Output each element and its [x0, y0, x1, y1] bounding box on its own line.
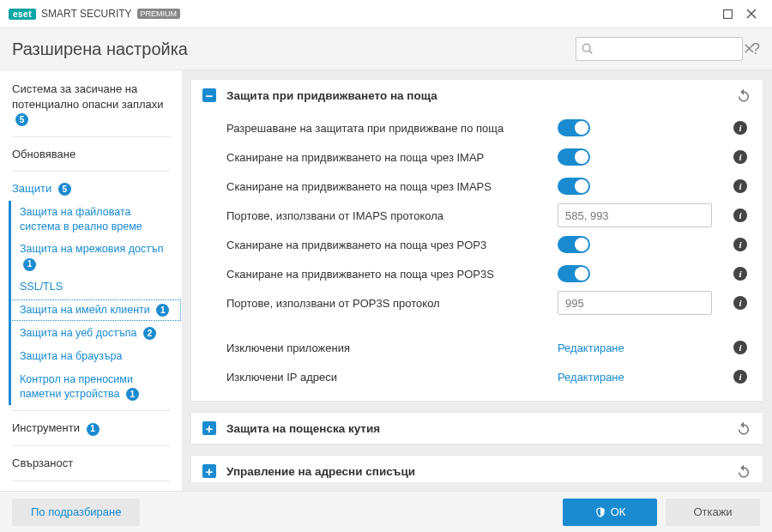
input-imaps-ports[interactable] [558, 203, 712, 227]
badge: 1 [156, 304, 169, 317]
header: Разширена настройка ? [0, 27, 772, 70]
row-label-pop3s: Сканиране на придвижването на поща чрез … [226, 268, 558, 281]
expand-icon[interactable]: + [202, 464, 216, 478]
sidebar: Система за засичане на потенциално опасн… [0, 70, 182, 491]
footer: По подразбиране ОК Откажи [0, 491, 772, 532]
badge: 1 [23, 258, 36, 271]
undo-icon[interactable] [736, 420, 751, 436]
info-icon[interactable]: i [733, 150, 747, 164]
badge: 1 [126, 388, 139, 401]
badge: 5 [58, 183, 71, 196]
sidebar-item-removable[interactable]: Контрол на преносими паметни устройства … [9, 368, 182, 406]
window-close-button[interactable] [739, 2, 763, 26]
badge: 2 [143, 327, 156, 340]
row-label-imaps: Сканиране на придвижването на поща чрез … [226, 180, 558, 193]
sidebar-item-ui[interactable]: Потребителски интерфейс 2 [0, 487, 182, 491]
defaults-button[interactable]: По подразбиране [12, 499, 140, 526]
panel-mailbox-protection: + Защита на пощенска кутия [190, 412, 763, 444]
titlebar: eset SMART SECURITY PREMIUM [0, 0, 772, 27]
panel-head[interactable]: + Управление на адресни списъци [190, 455, 763, 482]
window-maximize-button[interactable] [715, 2, 739, 26]
input-pop3s-ports[interactable] [558, 291, 712, 315]
brand-badge: eset [9, 9, 36, 20]
help-button[interactable]: ? [751, 40, 760, 58]
info-icon[interactable]: i [733, 370, 747, 384]
row-label-pop3: Сканиране на придвижването на поща чрез … [226, 239, 558, 251]
badge: 1 [87, 423, 100, 436]
panel-head[interactable]: + Защита на пощенска кутия [190, 412, 763, 444]
sidebar-item-network[interactable]: Защита на мрежовия достъп 1 [9, 238, 182, 275]
svg-rect-0 [723, 9, 732, 18]
sidebar-item-connectivity[interactable]: Свързаност [0, 451, 182, 475]
toggle-pop3s[interactable] [558, 265, 590, 282]
panel-mail-transport-protection: − Защита при придвижването на поща Разре… [190, 79, 763, 402]
row-label-imaps-ports: Портове, използвани от IMAPS протокола [226, 209, 558, 222]
main-scroll[interactable]: − Защита при придвижването на поща Разре… [190, 79, 767, 482]
info-icon[interactable]: i [733, 179, 747, 193]
info-icon[interactable]: i [733, 341, 747, 354]
toggle-enable[interactable] [558, 119, 590, 136]
toggle-pop3[interactable] [558, 236, 590, 253]
edit-excluded-ips-link[interactable]: Редактиране [558, 371, 624, 384]
main-area: − Защита при придвижването на поща Разре… [182, 70, 772, 491]
brand-product: SMART SECURITY [41, 8, 132, 20]
page-title: Разширена настройка [12, 39, 576, 59]
row-label-excluded-ips: Изключени IP адреси [226, 371, 558, 384]
row-label-enable: Разрешаване на защитата при придвижване … [226, 122, 558, 135]
sidebar-item-ssltls[interactable]: SSL/TLS [9, 275, 182, 299]
panel-address-lists: + Управление на адресни списъци [190, 455, 763, 482]
search-icon [582, 43, 594, 55]
sidebar-item-tools[interactable]: Инструменти 1 [0, 416, 182, 440]
sidebar-item-web-access[interactable]: Защита на уеб достъпа 2 [9, 322, 182, 345]
badge: 5 [15, 113, 28, 126]
ok-button[interactable]: ОК [563, 499, 657, 526]
info-icon[interactable]: i [733, 209, 747, 222]
sidebar-item-browser[interactable]: Защита на браузъра [9, 345, 182, 368]
panel-head[interactable]: − Защита при придвижването на поща [190, 79, 763, 112]
info-icon[interactable]: i [733, 296, 747, 310]
sidebar-item-email-clients[interactable]: Защита на имейл клиенти 1 [9, 299, 182, 322]
info-icon[interactable]: i [733, 121, 747, 135]
expand-icon[interactable]: + [202, 421, 216, 435]
svg-point-3 [582, 44, 590, 51]
sidebar-item-realtime[interactable]: Защита на файловата система в реално вре… [9, 201, 182, 239]
toggle-imaps[interactable] [558, 178, 590, 195]
search-input[interactable] [594, 43, 745, 56]
undo-icon[interactable] [736, 88, 751, 103]
search-box[interactable] [576, 37, 743, 61]
info-icon[interactable]: i [733, 238, 747, 251]
brand-edition: PREMIUM [137, 9, 181, 19]
sidebar-item-update[interactable]: Обновяване [0, 142, 182, 166]
svg-line-4 [589, 51, 592, 53]
info-icon[interactable]: i [733, 267, 747, 281]
collapse-icon[interactable]: − [202, 88, 216, 102]
toggle-imap[interactable] [558, 148, 590, 166]
undo-icon[interactable] [736, 463, 751, 479]
cancel-button[interactable]: Откажи [666, 499, 760, 526]
shield-icon [594, 506, 606, 518]
row-label-excluded-apps: Изключени приложения [226, 342, 558, 354]
edit-excluded-apps-link[interactable]: Редактиране [558, 342, 624, 354]
sidebar-item-threat-detection[interactable]: Система за засичане на потенциално опасн… [0, 77, 182, 131]
row-label-imap: Сканиране на придвижването на поща чрез … [226, 151, 558, 164]
sidebar-item-protections[interactable]: Защити 5 [0, 177, 182, 201]
row-label-pop3s-ports: Портове, използвани от POP3S протокол [226, 297, 558, 310]
